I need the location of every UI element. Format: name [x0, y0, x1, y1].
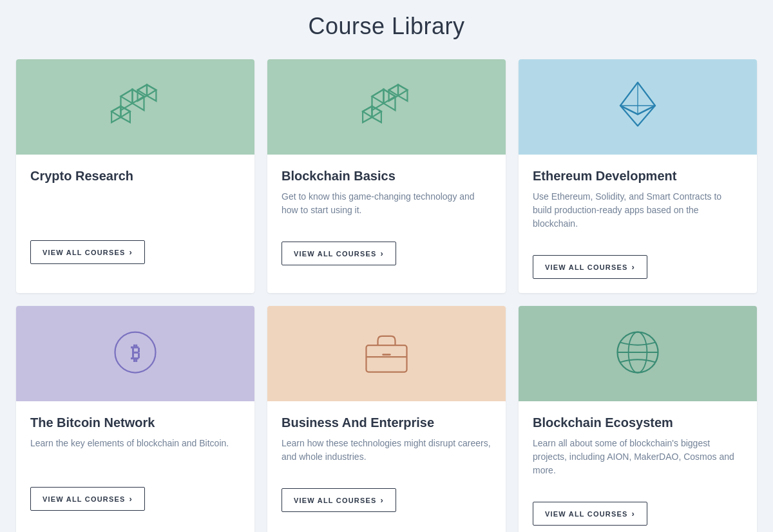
view-courses-button-crypto-research[interactable]: VIEW ALL COURSES › [30, 240, 145, 264]
view-courses-label-blockchain-basics: VIEW ALL COURSES [294, 250, 377, 258]
svg-text:₿: ₿ [131, 343, 140, 363]
card-footer-bitcoin-network: VIEW ALL COURSES › [16, 474, 254, 525]
chevron-right-icon-crypto-research: › [129, 247, 133, 257]
card-image-business-enterprise [267, 306, 506, 401]
card-description-blockchain-ecosystem: Learn all about some of blockchain's big… [533, 437, 743, 477]
ethereum-icon [609, 77, 667, 137]
view-courses-button-blockchain-ecosystem[interactable]: VIEW ALL COURSES › [533, 502, 647, 526]
card-body-ethereum-development: Ethereum Development Use Ethereum, Solid… [519, 155, 757, 242]
course-card-bitcoin-network: ₿ The Bitcoin Network Learn the key elem… [16, 306, 254, 532]
course-grid: Crypto Research VIEW ALL COURSES › [6, 59, 767, 532]
card-body-business-enterprise: Business And Enterprise Learn how these … [267, 401, 506, 475]
course-card-business-enterprise: Business And Enterprise Learn how these … [267, 306, 506, 532]
card-title-blockchain-basics: Blockchain Basics [282, 169, 491, 184]
view-courses-button-business-enterprise[interactable]: VIEW ALL COURSES › [282, 488, 396, 512]
course-card-crypto-research: Crypto Research VIEW ALL COURSES › [16, 59, 254, 293]
view-courses-label-ethereum-development: VIEW ALL COURSES [545, 263, 628, 271]
card-image-blockchain-basics [267, 59, 506, 155]
card-image-blockchain-ecosystem [519, 306, 757, 401]
card-description-blockchain-basics: Get to know this game-changing technolog… [282, 190, 491, 217]
card-title-ethereum-development: Ethereum Development [533, 169, 743, 184]
card-footer-blockchain-basics: VIEW ALL COURSES › [267, 229, 506, 280]
card-description-ethereum-development: Use Ethereum, Solidity, and Smart Contra… [533, 190, 743, 231]
course-card-blockchain-ecosystem: Blockchain Ecosystem Learn all about som… [519, 306, 757, 532]
card-description-business-enterprise: Learn how these technologies might disru… [282, 437, 491, 464]
card-body-crypto-research: Crypto Research [16, 155, 254, 227]
bitcoin-icon: ₿ [106, 323, 164, 384]
blocks-icon [106, 77, 164, 137]
view-courses-label-crypto-research: VIEW ALL COURSES [43, 249, 126, 256]
chevron-right-icon-ethereum-development: › [632, 262, 636, 272]
card-body-bitcoin-network: The Bitcoin Network Learn the key elemen… [16, 401, 254, 474]
chevron-right-icon-business-enterprise: › [381, 495, 385, 505]
card-image-bitcoin-network: ₿ [16, 306, 254, 401]
view-courses-label-bitcoin-network: VIEW ALL COURSES [43, 495, 126, 503]
chevron-right-icon-bitcoin-network: › [129, 494, 133, 504]
card-image-crypto-research [16, 59, 254, 155]
svg-rect-24 [367, 345, 407, 372]
card-description-bitcoin-network: Learn the key elements of blockchain and… [30, 437, 240, 462]
card-title-blockchain-ecosystem: Blockchain Ecosystem [533, 415, 743, 430]
chevron-right-icon-blockchain-ecosystem: › [632, 509, 636, 518]
card-title-business-enterprise: Business And Enterprise [282, 415, 491, 430]
view-courses-label-business-enterprise: VIEW ALL COURSES [294, 497, 377, 504]
card-footer-ethereum-development: VIEW ALL COURSES › [519, 242, 757, 293]
view-courses-button-blockchain-basics[interactable]: VIEW ALL COURSES › [282, 242, 396, 265]
card-description-crypto-research [30, 190, 240, 216]
course-card-blockchain-basics: Blockchain Basics Get to know this game-… [267, 59, 506, 293]
card-body-blockchain-basics: Blockchain Basics Get to know this game-… [267, 155, 506, 229]
view-courses-button-ethereum-development[interactable]: VIEW ALL COURSES › [533, 255, 647, 279]
course-card-ethereum-development: Ethereum Development Use Ethereum, Solid… [519, 59, 757, 293]
card-body-blockchain-ecosystem: Blockchain Ecosystem Learn all about som… [519, 401, 757, 489]
card-title-crypto-research: Crypto Research [30, 169, 240, 184]
card-footer-crypto-research: VIEW ALL COURSES › [16, 227, 254, 278]
card-footer-blockchain-ecosystem: VIEW ALL COURSES › [519, 489, 757, 532]
chevron-right-icon-blockchain-basics: › [381, 249, 385, 258]
globe-icon [609, 323, 667, 384]
view-courses-button-bitcoin-network[interactable]: VIEW ALL COURSES › [30, 487, 145, 511]
page-title: Course Library [0, 13, 773, 40]
blocks-icon [358, 77, 415, 137]
briefcase-icon [358, 323, 415, 384]
card-image-ethereum-development [519, 59, 757, 155]
card-title-bitcoin-network: The Bitcoin Network [30, 415, 240, 430]
page-header: Course Library [0, 0, 773, 59]
view-courses-label-blockchain-ecosystem: VIEW ALL COURSES [545, 510, 628, 518]
card-footer-business-enterprise: VIEW ALL COURSES › [267, 475, 506, 526]
